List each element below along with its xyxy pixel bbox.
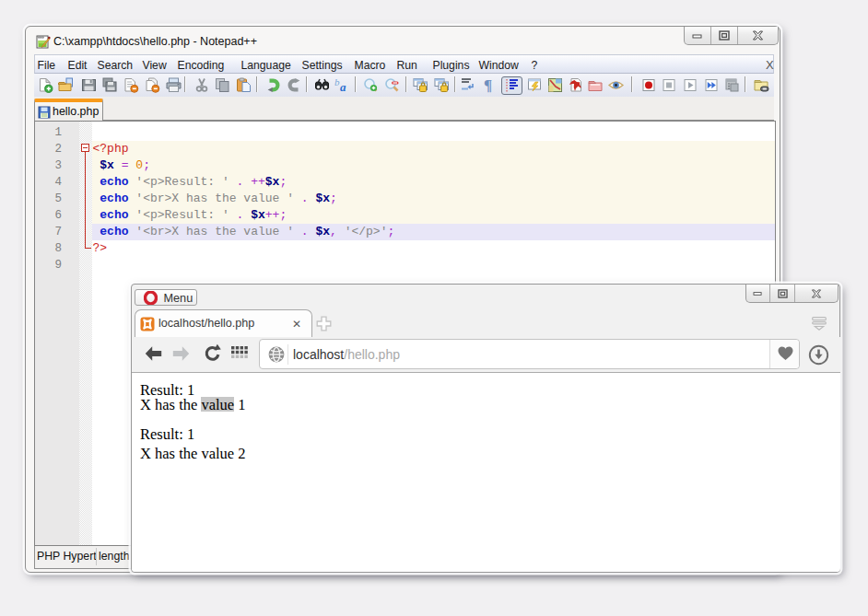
svg-text:¶: ¶ (484, 77, 492, 93)
svg-text:a: a (340, 80, 346, 93)
